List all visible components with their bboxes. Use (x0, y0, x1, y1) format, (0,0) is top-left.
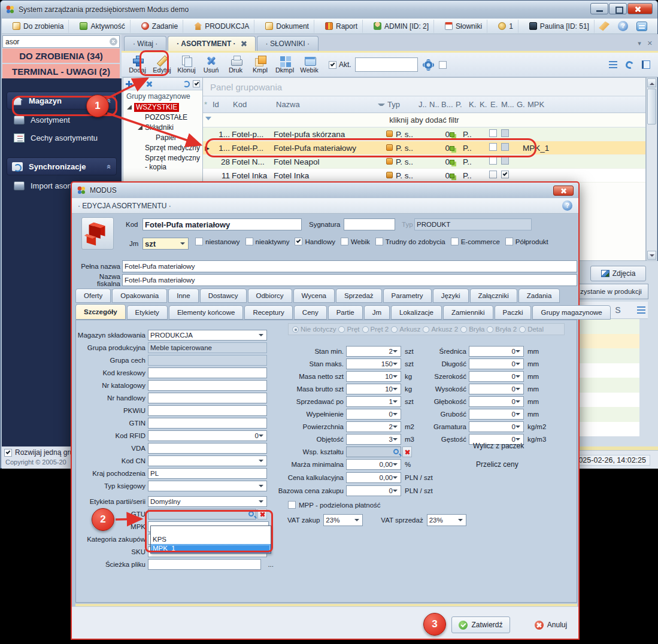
field-input[interactable]: 0 (346, 409, 401, 420)
tree-expander-icon[interactable] (138, 125, 142, 130)
maximize-button[interactable] (609, 3, 627, 14)
dropdown-arrow-icon[interactable] (393, 350, 398, 355)
mpk-option-mpk1[interactable]: MPK_1 (151, 544, 271, 553)
flag-checkbox[interactable]: Trudny do zdobycia (375, 238, 445, 245)
dropdown-arrow-icon[interactable] (393, 476, 398, 481)
grouping-panel[interactable]: Panel grupowania (203, 78, 645, 96)
column-header-m[interactable]: M... (500, 100, 516, 109)
scroll-up-button[interactable] (647, 78, 656, 87)
flag-checkbox[interactable]: Półprodukt (505, 238, 548, 245)
dialog-tab-top[interactable]: Sprzedaż (336, 288, 382, 303)
sidebar-item-asortyment[interactable]: Asortyment (2, 111, 122, 129)
field-input[interactable]: 0 (469, 346, 524, 357)
column-header-star[interactable]: * (203, 100, 211, 109)
vat-sprzedaz-combo[interactable]: 23% (427, 514, 466, 526)
add-group-icon[interactable] (126, 81, 132, 87)
nazwa-fiskalna-input[interactable]: Fotel-Pufa materiałowy (122, 274, 577, 286)
tab-close-all-icon[interactable]: ✕ (647, 40, 653, 47)
cell-checkbox-e[interactable] (489, 143, 497, 151)
scroll-down-button[interactable] (647, 251, 656, 260)
tab-list-chevron-icon[interactable]: ▾ (638, 40, 641, 47)
mpp-checkbox-row[interactable]: MPP - podzielona płatność (288, 501, 381, 509)
grid-header-row[interactable]: * Id Kod Nazwa Typ J.. N.. B... P. K. K.… (203, 96, 645, 113)
column-header-g[interactable]: G. (516, 100, 526, 109)
shape-radio[interactable]: Nie dotyczy (292, 326, 336, 333)
field-input[interactable]: 0 (469, 396, 524, 407)
clear-icon[interactable] (402, 446, 412, 457)
cell-checkbox-m[interactable] (501, 157, 509, 165)
dropdown-arrow-icon[interactable] (393, 426, 398, 430)
column-header-id[interactable]: Id (211, 100, 232, 109)
search-icon[interactable] (248, 511, 254, 517)
shape-radio[interactable]: Bryła 2 (487, 326, 517, 333)
dialog-tab-bottom[interactable]: Etykiety (127, 305, 168, 320)
column-header-j[interactable]: J.. (417, 100, 428, 109)
dialog-tab-bottom[interactable]: Grupy magazynowe (532, 305, 610, 320)
zdjecia-button[interactable]: Zdjęcia (590, 266, 646, 281)
dialog-tab-top[interactable]: Języki (433, 288, 469, 303)
table-row[interactable]: ▶ 1... Fotel-P... Fotel-Pufa materiałowy… (203, 141, 645, 155)
column-header-p[interactable]: P. (454, 100, 468, 109)
dialog-tab-top[interactable]: Opakowania (112, 288, 167, 303)
dropdown-arrow-icon[interactable] (516, 363, 520, 367)
grid-filter-row[interactable]: kliknij aby dodać filtr (203, 113, 645, 127)
sidebar-section-magazyn[interactable]: Magazyn « (7, 92, 117, 110)
tree-expander-icon[interactable] (148, 135, 153, 140)
toolbar-button[interactable]: Dkmpl (272, 53, 297, 76)
toolbar-button[interactable]: Webik (297, 53, 322, 76)
zatwierdz-button[interactable]: Zatwierdź (451, 616, 510, 633)
clear-icon[interactable] (257, 509, 267, 520)
field-input[interactable]: 0 (469, 359, 524, 369)
flag-checkbox[interactable]: E-commerce (451, 238, 500, 245)
shape-radio[interactable]: Detal (519, 326, 544, 333)
field-input[interactable] (148, 418, 267, 429)
menu-item[interactable]: PRODUKCJA (189, 20, 254, 33)
column-header-n[interactable]: N.. (428, 100, 440, 109)
chat-icon[interactable] (636, 22, 647, 31)
flag-checkbox[interactable]: Handlowy (295, 238, 335, 245)
dropdown-arrow-icon[interactable] (393, 463, 398, 468)
cell-checkbox-e[interactable] (489, 157, 497, 165)
field-input[interactable]: 3 (346, 434, 401, 445)
dropdown-arrow-icon[interactable] (393, 490, 398, 494)
dialog-tab-top[interactable]: Wycena (293, 288, 335, 303)
field-input[interactable]: 0 (148, 430, 267, 441)
table-row[interactable]: 11 Fotel Inka Fotel Inka P. s.. 0 P.. (203, 169, 645, 183)
delete-group-icon[interactable] (146, 81, 153, 87)
subgrid-list-icon[interactable] (637, 306, 645, 314)
clear-search-icon[interactable] (110, 38, 117, 45)
dropdown-arrow-icon[interactable] (259, 460, 263, 464)
mpk-option-kps[interactable]: KPS (151, 535, 271, 544)
tree-item[interactable]: Sprzęt medyczny (123, 143, 202, 153)
field-input[interactable] (148, 380, 267, 391)
dialog-tab-bottom[interactable]: Partie (328, 305, 363, 320)
dialog-tab-bottom[interactable]: Szczegóły (75, 304, 126, 320)
dropdown-arrow-icon[interactable] (516, 400, 520, 405)
field-input[interactable]: PL (148, 468, 267, 479)
search-icon[interactable] (393, 449, 399, 454)
column-header-e[interactable]: E. (489, 100, 500, 109)
field-input[interactable]: 0 (469, 421, 524, 432)
dialog-tab-top[interactable]: Dostawcy (200, 288, 247, 303)
toolbar-button[interactable]: Druk (223, 53, 248, 76)
dialog-tab-top[interactable]: Odbiorcy (248, 288, 292, 303)
field-input[interactable]: 150 (346, 359, 401, 369)
menu-item[interactable]: Raport (320, 20, 363, 33)
table-row[interactable]: 28 Fotel N... Fotel Neapol P. s.. 0 P.. (203, 155, 645, 169)
field-input[interactable] (148, 367, 267, 378)
dropdown-arrow-icon[interactable] (259, 485, 263, 490)
toolbar-button[interactable]: Klonuj (174, 53, 199, 76)
anuluj-button[interactable]: Anuluj (527, 616, 575, 633)
kod-input[interactable]: Fotel-Pufa materiałowy (142, 218, 302, 230)
dialog-tab-top[interactable]: Inne (168, 288, 198, 303)
dialog-tab-bottom[interactable]: Zamienniki (443, 305, 493, 320)
quick-filter-input[interactable] (355, 57, 418, 72)
rozwijaj-checkbox[interactable] (4, 449, 12, 457)
menu-item[interactable]: ADMIN [ID: 2] (369, 20, 434, 33)
cell-checkbox-m[interactable] (501, 143, 509, 151)
dropdown-arrow-icon[interactable] (516, 388, 520, 393)
dropdown-arrow-icon[interactable] (393, 375, 398, 380)
shape-radio[interactable]: Arkusz (391, 326, 420, 333)
alert-banner[interactable]: DO ZROBIENIA (34) (2, 48, 120, 63)
tree-item[interactable]: WSZYSTKIE (123, 102, 202, 113)
